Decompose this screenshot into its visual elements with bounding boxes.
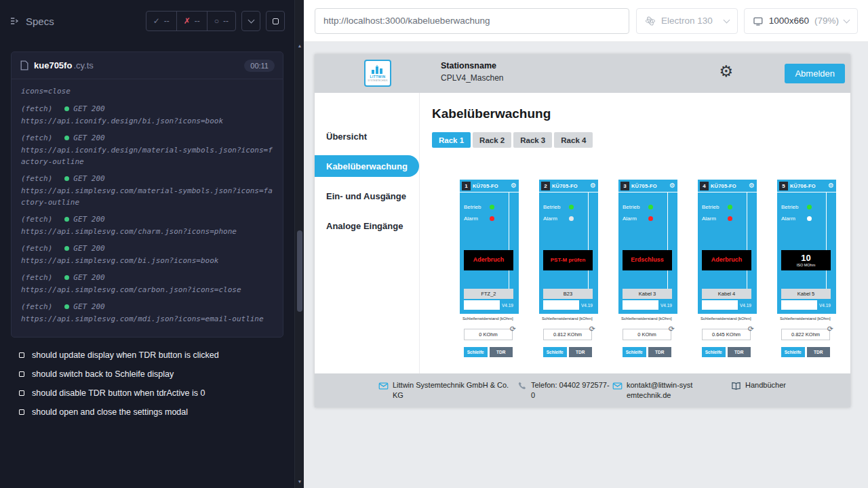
- refresh-icon[interactable]: ⟳: [827, 325, 833, 333]
- cable-input[interactable]: [702, 300, 738, 310]
- status-text: 10: [801, 253, 810, 263]
- log-entry[interactable]: (fetch)GET 200 https://api.simplesvg.com…: [21, 273, 273, 296]
- log-entry[interactable]: (fetch)GET 200 https://api.simplesvg.com…: [21, 302, 273, 325]
- measurement-section: Schleifenwiderstand [kOhm] ⟳ 0 KOhm Schl…: [460, 314, 519, 373]
- measurement-section: Schleifenwiderstand [kOhm] ⟳ 0 KOhm Schl…: [618, 314, 677, 373]
- betrieb-indicator: Betrieb: [464, 204, 494, 210]
- spec-header[interactable]: kue705fo .cy.ts 00:11: [12, 52, 283, 79]
- betrieb-label: Betrieb: [464, 204, 490, 210]
- status-text: Erdschluss: [631, 257, 664, 264]
- refresh-icon[interactable]: ⟳: [748, 325, 754, 333]
- schleife-button[interactable]: Schleife: [702, 347, 726, 357]
- request-url: https://api.simplesvg.com/mdi.json?icons…: [21, 313, 273, 325]
- url-input[interactable]: [315, 8, 629, 34]
- stop-run-button[interactable]: [266, 11, 285, 31]
- fetch-tag: (fetch): [21, 134, 52, 142]
- betrieb-status-dot: [807, 205, 812, 209]
- cable-input[interactable]: [543, 300, 579, 310]
- schleife-button[interactable]: Schleife: [623, 347, 646, 357]
- runner-content: Specs ✓ -- ✗ -- ○ --: [0, 0, 294, 488]
- mode-buttons: Schleife TDR: [543, 347, 592, 357]
- phone-icon: [517, 381, 527, 390]
- runner-scrollbar[interactable]: ▲ ▼: [294, 0, 304, 488]
- sidebar-item-kabelueberwachung[interactable]: Kabelüberwachung: [315, 155, 419, 177]
- app-stage: LITTWIN SYSTEMTECHNIK Stationsname CPLV4…: [304, 42, 868, 488]
- sidebar-item-ein-und-ausgaenge[interactable]: Ein- und Ausgänge: [315, 185, 419, 207]
- collapse-button[interactable]: [241, 11, 260, 31]
- alarm-status-dot: [807, 216, 812, 221]
- test-item[interactable]: should disable TDR button when tdrActive…: [11, 384, 283, 403]
- device-gear-icon[interactable]: ⚙: [828, 182, 834, 189]
- test-state-icon: [19, 390, 24, 396]
- device-gear-icon[interactable]: ⚙: [669, 182, 675, 189]
- cable-input[interactable]: [781, 300, 817, 310]
- spec-file-icon: [20, 60, 28, 70]
- viewport-icon: [753, 16, 764, 26]
- cable-input[interactable]: [623, 300, 658, 310]
- sidebar-item-uebersicht[interactable]: Übersicht: [315, 125, 419, 147]
- tdr-button[interactable]: TDR: [807, 347, 831, 357]
- viewport-select[interactable]: 1000x660 (79%): [744, 8, 858, 34]
- app-header: LITTWIN SYSTEMTECHNIK Stationsname CPLV4…: [315, 54, 850, 93]
- tab-rack-2[interactable]: Rack 2: [473, 132, 511, 148]
- tdr-button[interactable]: TDR: [569, 347, 593, 357]
- request-url: https://api.simplesvg.com/bi.json?icons=…: [21, 255, 273, 266]
- footer-manuals[interactable]: Handbücher: [731, 380, 786, 407]
- tab-rack-3[interactable]: Rack 3: [513, 132, 552, 148]
- test-item[interactable]: should switch back to Schleife display: [11, 365, 283, 384]
- mode-buttons: Schleife TDR: [464, 347, 513, 357]
- test-state-icon: [19, 352, 24, 358]
- device-gear-icon[interactable]: ⚙: [511, 182, 517, 189]
- betrieb-label: Betrieb: [781, 204, 807, 210]
- refresh-icon[interactable]: ⟳: [589, 325, 595, 333]
- log-url-continuation: icons=close: [21, 86, 273, 98]
- scroll-down-arrow[interactable]: ▼: [295, 479, 304, 484]
- log-entry[interactable]: (fetch)GET 200 https://api.iconify.desig…: [21, 134, 273, 167]
- log-entry[interactable]: (fetch)GET 200 https://api.simplesvg.com…: [21, 215, 273, 237]
- log-entry[interactable]: (fetch)GET 200 https://api.iconify.desig…: [21, 104, 273, 127]
- logo-text: LITTWIN: [370, 75, 385, 79]
- schleife-button[interactable]: Schleife: [543, 347, 567, 357]
- divider: [826, 192, 827, 291]
- refresh-icon[interactable]: ⟳: [669, 325, 675, 333]
- stat-pending: ○ --: [208, 12, 235, 30]
- alarm-indicator: Alarm: [623, 216, 653, 222]
- failed-count: --: [195, 16, 200, 26]
- request-url: https://api.simplesvg.com/carbon.json?ic…: [21, 284, 273, 296]
- schleife-button[interactable]: Schleife: [781, 347, 805, 357]
- device-number-badge: 1: [462, 182, 471, 190]
- specs-toggle[interactable]: Specs: [9, 16, 54, 27]
- tdr-button[interactable]: TDR: [490, 347, 513, 357]
- status-display: Aderbruch: [464, 250, 513, 270]
- littwin-logo: LITTWIN SYSTEMTECHNIK: [364, 60, 391, 87]
- tdr-button[interactable]: TDR: [728, 347, 751, 357]
- tdr-button[interactable]: TDR: [648, 347, 672, 357]
- email-address: kontakt@littwin-systemtechnik.de: [627, 380, 694, 401]
- settings-gear-icon[interactable]: ⚙: [719, 64, 733, 79]
- tab-rack-1[interactable]: Rack 1: [432, 132, 471, 148]
- schleife-button[interactable]: Schleife: [464, 347, 488, 357]
- cypress-runner-panel: Specs ✓ -- ✗ -- ○ --: [0, 0, 304, 488]
- test-item[interactable]: should update display when TDR button is…: [11, 346, 283, 365]
- cable-input[interactable]: [464, 300, 500, 310]
- log-entry[interactable]: (fetch)GET 200 https://api.simplesvg.com…: [21, 174, 273, 208]
- log-entry[interactable]: (fetch)GET 200 https://api.simplesvg.com…: [21, 244, 273, 266]
- alarm-status-dot: [728, 216, 732, 221]
- request-url: https://api.iconify.design/bi.json?icons…: [21, 115, 273, 127]
- logo-subtext: SYSTEMTECHNIK: [368, 79, 387, 82]
- refresh-icon[interactable]: ⟳: [510, 325, 516, 333]
- scrollbar-thumb[interactable]: [297, 230, 302, 312]
- device-gear-icon[interactable]: ⚙: [749, 182, 755, 189]
- test-item[interactable]: should open and close the settings modal: [11, 403, 283, 422]
- logout-button[interactable]: Abmelden: [785, 64, 845, 83]
- tab-rack-4[interactable]: Rack 4: [554, 132, 593, 148]
- sidebar-item-analoge-eingaenge[interactable]: Analoge Eingänge: [315, 215, 419, 237]
- measurement-value: 0 KOhm: [464, 329, 513, 340]
- status-ok-dot: [64, 275, 69, 280]
- device-gear-icon[interactable]: ⚙: [590, 182, 596, 189]
- scroll-up-arrow[interactable]: ▲: [295, 43, 304, 48]
- betrieb-indicator: Betrieb: [781, 204, 812, 210]
- browser-select[interactable]: Electron 130: [636, 8, 738, 34]
- request-url: https://api.simplesvg.com/charm.json?ico…: [21, 226, 273, 237]
- page-title: Kabelüberwachung: [432, 106, 850, 121]
